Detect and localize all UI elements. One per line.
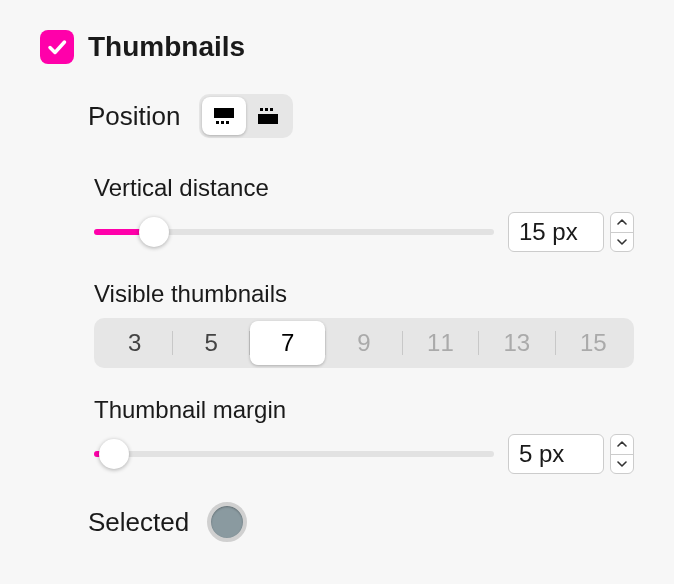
slider-thumb[interactable] [99,439,129,469]
thumbnails-bottom-icon [213,107,235,125]
chevron-down-icon [617,461,627,467]
chevron-down-icon [617,239,627,245]
svg-rect-6 [270,108,273,111]
position-segmented-control[interactable] [199,94,293,138]
visible-option-5[interactable]: 5 [173,321,248,365]
svg-rect-3 [226,121,229,124]
stepper-up[interactable] [611,435,633,455]
visible-option-9[interactable]: 9 [326,321,401,365]
visible-option-11[interactable]: 11 [403,321,478,365]
vertical-distance-label: Vertical distance [94,174,634,202]
thumbnails-checkbox[interactable] [40,30,74,64]
check-icon [45,35,69,59]
chevron-up-icon [617,441,627,447]
thumbnail-margin-label: Thumbnail margin [94,396,634,424]
position-bottom-option[interactable] [202,97,246,135]
chevron-up-icon [617,219,627,225]
position-label: Position [88,101,181,132]
svg-rect-1 [216,121,219,124]
svg-rect-4 [260,108,263,111]
visible-option-13[interactable]: 13 [479,321,554,365]
thumbnail-margin-input[interactable]: 5 px [508,434,604,474]
stepper-up[interactable] [611,213,633,233]
svg-rect-2 [221,121,224,124]
section-title: Thumbnails [88,31,245,63]
vertical-distance-stepper[interactable] [610,212,634,252]
visible-option-3[interactable]: 3 [97,321,172,365]
vertical-distance-input[interactable]: 15 px [508,212,604,252]
svg-rect-7 [258,114,278,124]
visible-option-15[interactable]: 15 [556,321,631,365]
stepper-down[interactable] [611,233,633,252]
svg-rect-5 [265,108,268,111]
thumbnail-margin-slider[interactable] [94,439,494,469]
visible-option-7[interactable]: 7 [250,321,325,365]
selected-color-swatch[interactable] [207,502,247,542]
vertical-distance-slider[interactable] [94,217,494,247]
thumbnails-top-icon [257,107,279,125]
thumbnail-margin-stepper[interactable] [610,434,634,474]
selected-color-label: Selected [88,507,189,538]
visible-thumbnails-control[interactable]: 3 5 7 9 11 13 15 [94,318,634,368]
position-top-option[interactable] [246,97,290,135]
slider-thumb[interactable] [139,217,169,247]
svg-rect-0 [214,108,234,118]
visible-thumbnails-label: Visible thumbnails [94,280,634,308]
stepper-down[interactable] [611,455,633,474]
